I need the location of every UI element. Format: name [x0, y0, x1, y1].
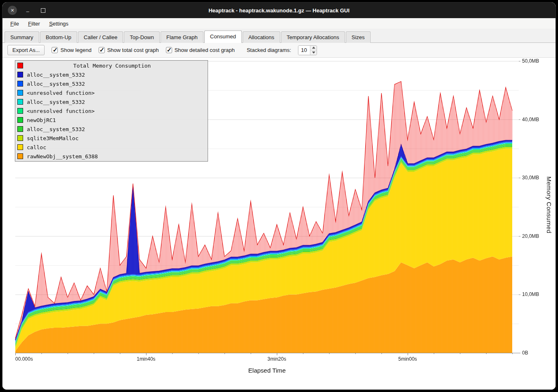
legend-label: calloc: [27, 144, 46, 150]
y-axis-title: Memory Consumed: [546, 176, 553, 233]
menu-settings[interactable]: Settings: [45, 19, 72, 28]
legend-swatch: [17, 153, 23, 159]
close-icon[interactable]: [8, 6, 17, 15]
checkbox-label: Show detailed cost graph: [175, 47, 235, 53]
legend-swatch: [17, 117, 23, 123]
legend-item: sqlite3MemMalloc: [15, 134, 208, 143]
window-title: Heaptrack - heaptrack.wakunode.1.gz — He…: [2, 7, 556, 14]
legend-label: <unresolved function>: [27, 90, 95, 96]
legend-swatch: [17, 90, 23, 96]
spin-up-icon[interactable]: [310, 46, 317, 50]
legend-label: alloc__system_5332: [27, 81, 85, 87]
tab-bar: Summary Bottom-Up Caller / Callee Top-Do…: [2, 29, 556, 43]
tab-temporary-allocations[interactable]: Temporary Allocations: [281, 31, 345, 43]
minimize-icon[interactable]: [23, 6, 32, 15]
window-controls: [2, 6, 47, 15]
legend-swatch: [17, 81, 23, 87]
export-as-button[interactable]: Export As...: [7, 45, 45, 55]
legend-label: <unresolved function>: [27, 108, 95, 114]
chart-region: Total Memory Consumption alloc__system_5…: [2, 58, 556, 390]
legend-item: alloc__system_5332: [15, 79, 208, 88]
checkbox-box[interactable]: [166, 47, 172, 53]
maximize-icon[interactable]: [38, 6, 47, 15]
chart-legend: Total Memory Consumption alloc__system_5…: [15, 60, 208, 162]
legend-label: alloc__system_5332: [27, 126, 85, 132]
legend-item: alloc__system_5332: [15, 97, 208, 106]
legend-item: alloc__system_5332: [15, 124, 208, 134]
app-window: Heaptrack - heaptrack.wakunode.1.gz — He…: [2, 2, 556, 390]
stacked-diagrams-label: Stacked diagrams:: [247, 47, 291, 53]
legend-swatch: [17, 99, 23, 105]
checkbox-label: Show legend: [60, 47, 91, 53]
stacked-diagrams-spinbox[interactable]: [298, 45, 317, 55]
tab-bottom-up[interactable]: Bottom-Up: [40, 31, 77, 43]
legend-item: alloc__system_5332: [15, 70, 208, 79]
legend-swatch: [17, 108, 23, 114]
menu-bar: File Filter Settings: [2, 18, 556, 29]
legend-item: rawNewObj__system_6388: [15, 152, 208, 161]
legend-item: calloc: [15, 143, 208, 152]
legend-label: sqlite3MemMalloc: [27, 135, 78, 141]
legend-swatch: [17, 63, 23, 68]
legend-swatch: [17, 144, 23, 150]
legend-label: alloc__system_5332: [27, 99, 85, 105]
legend-title: Total Memory Consumption: [27, 63, 206, 69]
tab-flame-graph[interactable]: Flame Graph: [161, 31, 203, 43]
stacked-diagrams-input[interactable]: [298, 46, 310, 55]
legend-label: rawNewObj__system_6388: [27, 153, 98, 160]
legend-item: newObjRC1: [15, 115, 208, 124]
tab-top-down[interactable]: Top-Down: [124, 31, 160, 43]
spin-down-icon[interactable]: [310, 50, 317, 55]
legend-title-row: Total Memory Consumption: [15, 61, 208, 70]
show-total-cost-graph-checkbox[interactable]: Show total cost graph: [99, 47, 159, 53]
titlebar: Heaptrack - heaptrack.wakunode.1.gz — He…: [2, 2, 556, 18]
tab-consumed[interactable]: Consumed: [204, 31, 242, 43]
legend-item: <unresolved function>: [15, 106, 208, 115]
legend-swatch: [17, 126, 23, 132]
checkbox-box[interactable]: [99, 47, 105, 53]
legend-swatch: [17, 135, 23, 141]
menu-file[interactable]: File: [7, 19, 23, 28]
checkbox-label: Show total cost graph: [107, 47, 159, 53]
toolbar: Export As... Show legend Show total cost…: [2, 43, 556, 58]
x-axis-title: Elapsed Time: [2, 367, 532, 374]
menu-filter[interactable]: Filter: [24, 19, 44, 28]
legend-label: alloc__system_5332: [27, 72, 85, 78]
checkbox-box[interactable]: [52, 47, 58, 53]
tab-caller-callee[interactable]: Caller / Callee: [78, 31, 123, 43]
legend-item: <unresolved function>: [15, 88, 208, 97]
legend-swatch: [17, 72, 23, 77]
show-detailed-cost-graph-checkbox[interactable]: Show detailed cost graph: [166, 47, 235, 53]
legend-label: newObjRC1: [27, 117, 56, 123]
spinner-buttons: [310, 46, 317, 55]
tab-sizes[interactable]: Sizes: [346, 31, 371, 43]
tab-allocations[interactable]: Allocations: [243, 31, 280, 43]
tab-summary[interactable]: Summary: [5, 31, 39, 43]
show-legend-checkbox[interactable]: Show legend: [52, 47, 91, 53]
